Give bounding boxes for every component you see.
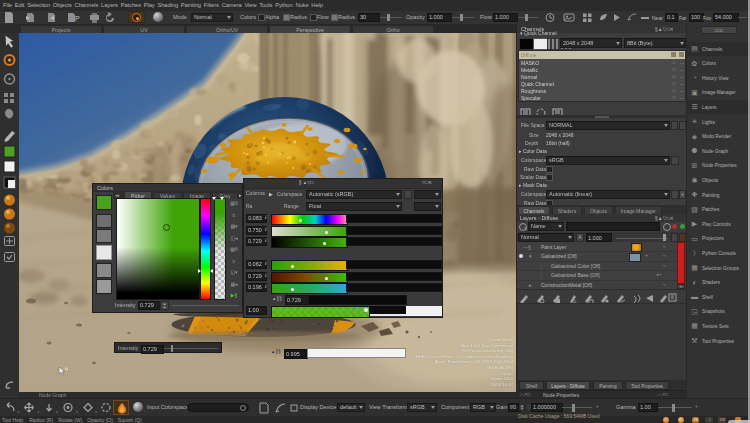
svg-text:P: P [75,15,80,22]
